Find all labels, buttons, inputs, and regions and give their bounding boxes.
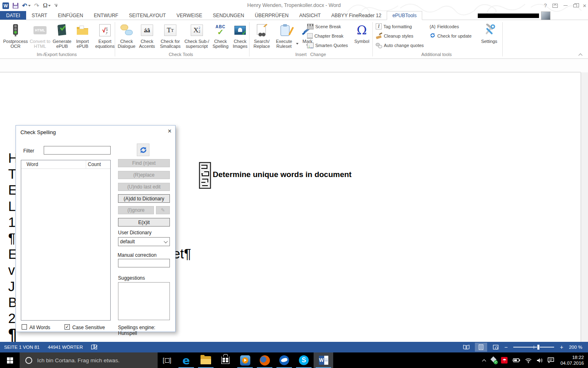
taskbar-mediaplayer-button[interactable]	[235, 352, 255, 368]
check-smallcaps-button[interactable]: TT Check for Smallcaps	[157, 22, 183, 49]
chevron-down-icon	[164, 239, 168, 243]
tray-expand-icon[interactable]	[483, 359, 486, 362]
page-top-margin	[0, 59, 581, 72]
close-button[interactable]: ×	[583, 2, 586, 9]
tab-einfuegen[interactable]: EINFÜGEN	[53, 11, 89, 20]
user-dictionary-label: User Dictionary	[118, 230, 151, 236]
group-label-change: Change	[310, 52, 326, 57]
tab-start[interactable]: START	[26, 11, 52, 20]
tab-seitenlayout[interactable]: SEITENLAYOUT	[124, 11, 171, 20]
word-icon: W	[319, 356, 328, 365]
web-layout-button[interactable]	[490, 343, 502, 352]
wifi-icon[interactable]	[525, 358, 532, 363]
start-button[interactable]	[0, 352, 20, 368]
unique-words-icon	[199, 162, 211, 189]
zoom-slider[interactable]	[513, 347, 554, 348]
manual-correction-input[interactable]	[118, 259, 170, 267]
zoom-slider-center-tick	[534, 346, 534, 349]
page-indicator[interactable]: SEITE 1 VON 81	[0, 342, 44, 352]
column-count[interactable]: Count	[86, 162, 101, 167]
taskbar: Ich bin Cortana. Frag mich etwas. [] e S…	[0, 352, 588, 368]
zoom-in-button[interactable]: +	[560, 344, 563, 350]
task-view-button[interactable]: []	[158, 352, 176, 368]
exit-button[interactable]: E(x)it	[118, 218, 170, 227]
generate-epub-button[interactable]: Generate ePUB	[51, 22, 73, 49]
chapter-break-button[interactable]: Chapter Break	[307, 31, 343, 40]
check-accents-button[interactable]: áâ Check Accents	[137, 22, 157, 49]
check-dialogue-button[interactable]: Check Dialogue	[116, 22, 137, 49]
all-words-checkbox[interactable]	[22, 324, 27, 330]
case-sensitive-checkbox[interactable]: ✓	[65, 324, 70, 330]
user-dictionary-select[interactable]: default	[118, 237, 170, 246]
volume-icon[interactable]	[537, 358, 543, 363]
cleanup-styles-button[interactable]: Cleanup styles	[376, 31, 413, 40]
cortana-search-box[interactable]: Ich bin Cortana. Frag mich etwas.	[20, 352, 158, 368]
tab-verweise[interactable]: VERWEISE	[171, 11, 207, 20]
word-list[interactable]: Word Count	[21, 160, 111, 321]
action-center-icon[interactable]	[548, 357, 554, 363]
check-for-update-button[interactable]: Check for update	[430, 31, 472, 40]
collapse-ribbon-button[interactable]	[579, 53, 582, 56]
ribbon-display-options-button[interactable]	[552, 4, 558, 8]
dropbox-tray-icon[interactable]: ✓	[490, 357, 497, 363]
zoom-slider-thumb[interactable]	[537, 344, 540, 350]
suggestions-list[interactable]	[118, 282, 170, 320]
avira-tray-icon[interactable]: ☂	[501, 357, 508, 364]
postprocess-ocr-button[interactable]: Postprocess OCR	[2, 22, 29, 49]
export-equations-button[interactable]: √ xy Export equations	[92, 22, 118, 49]
taskbar-skype-button[interactable]: S	[294, 352, 314, 368]
column-word[interactable]: Word	[21, 160, 86, 168]
search-replace-button[interactable]: Search/ Replace	[250, 22, 273, 49]
tab-sendungen[interactable]: SENDUNGEN	[207, 11, 249, 20]
taskbar-thunderbird-button[interactable]	[274, 352, 294, 368]
check-images-button[interactable]: ✓ Check Images	[231, 22, 249, 49]
refresh-wordlist-button[interactable]	[137, 144, 149, 156]
filter-label: Filter	[23, 148, 34, 154]
scene-break-button[interactable]: Scene Break	[307, 22, 341, 31]
clock-time: 18:22	[572, 355, 584, 360]
convert-to-html-button: HTML Convert to HTML	[29, 22, 51, 49]
tab-ansicht[interactable]: ANSICHT	[294, 11, 326, 20]
proofing-status-icon[interactable]	[87, 342, 102, 352]
taskbar-word-button[interactable]: W	[314, 352, 333, 368]
tag-formatting-button[interactable]: I Tag formatting	[376, 22, 412, 31]
smarten-quotes-button[interactable]: ↓,, Smarten Quotes	[307, 40, 348, 50]
add-to-dictionary-button[interactable]: (A)dd to Dictionary	[118, 194, 170, 203]
word-count[interactable]: 44941 WÖRTER	[44, 342, 87, 352]
help-button[interactable]: ?	[544, 2, 547, 9]
settings-button[interactable]: Settings	[479, 22, 500, 44]
import-epub-button[interactable]: Import ePUB	[73, 22, 92, 49]
print-layout-button[interactable]	[475, 343, 487, 352]
taskbar-firefox-button[interactable]	[255, 352, 274, 368]
zoom-out-button[interactable]: −	[504, 344, 508, 350]
tab-abbyy-finereader[interactable]: ABBYY FineReader 12	[326, 11, 387, 20]
filter-input[interactable]	[44, 146, 111, 155]
check-subsuperscript-button[interactable]: X22 Check Sub-/ superscript	[183, 22, 210, 49]
auto-change-quotes-button[interactable]: Auto change quotes	[376, 40, 424, 50]
zoom-level[interactable]: 200 %	[566, 345, 586, 350]
group-label-additional: Additional tools	[421, 52, 452, 57]
restore-button[interactable]	[573, 4, 577, 7]
fieldcodes-button[interactable]: {A} Fieldcodes	[430, 22, 459, 31]
tab-epubtools[interactable]: ePUBTools	[387, 11, 422, 20]
symbol-button[interactable]: Ω Symbol	[351, 22, 372, 44]
tab-ueberpruefen[interactable]: ÜBERPRÜFEN	[249, 11, 294, 20]
taskbar-explorer-button[interactable]	[196, 352, 216, 368]
abc-check-icon: ABC ✓	[216, 23, 226, 38]
window-title: Henry Wenden, Tropenkoller.docx - Word	[0, 2, 588, 8]
dialog-close-icon[interactable]: ×	[168, 128, 172, 135]
battery-icon[interactable]	[512, 358, 520, 363]
minimize-button[interactable]	[564, 5, 568, 6]
page-break-icon	[307, 33, 313, 39]
execute-ruleset-button[interactable]: Execute Ruleset	[273, 22, 298, 49]
firefox-icon	[260, 355, 270, 366]
ribbon-tab-row: DATEI START EINFÜGEN ENTWURF SEITENLAYOU…	[0, 11, 588, 20]
read-mode-button[interactable]	[460, 343, 472, 352]
clock[interactable]: 18:22 04.07.2016	[559, 355, 584, 366]
tab-datei[interactable]: DATEI	[0, 11, 26, 20]
taskbar-edge-button[interactable]: e	[176, 352, 196, 368]
user-avatar[interactable]	[541, 11, 550, 20]
check-spelling-button[interactable]: ABC ✓ Check Spelling	[210, 22, 231, 49]
taskbar-store-button[interactable]	[216, 352, 235, 368]
tab-entwurf[interactable]: ENTWURF	[89, 11, 124, 20]
